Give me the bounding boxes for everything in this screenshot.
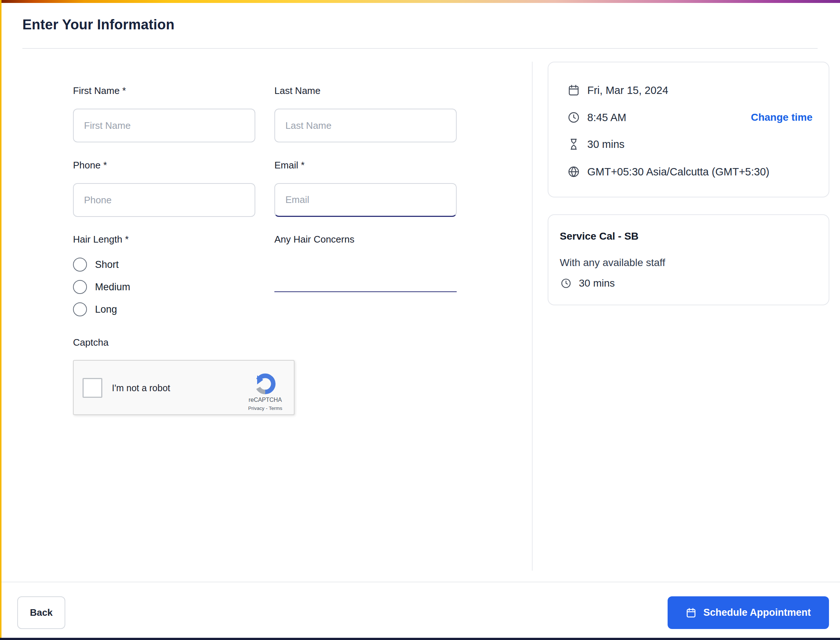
radio-circle-icon[interactable] [73, 280, 87, 294]
hair-concerns-input[interactable] [275, 272, 457, 292]
summary-timezone: GMT+05:30 Asia/Calcutta (GMT+5:30) [587, 166, 769, 178]
radio-circle-icon[interactable] [73, 258, 87, 272]
calendar-icon [567, 84, 580, 96]
summary-duration: 30 mins [587, 138, 625, 150]
content-vertical-divider [532, 62, 533, 571]
summary-date: Fri, Mar 15, 2024 [587, 85, 668, 96]
clock-icon [561, 278, 572, 289]
radio-option-medium[interactable]: Medium [73, 280, 130, 294]
summary-time-row: 8:45 AM Change time [567, 109, 813, 125]
summary-date-row: Fri, Mar 15, 2024 [567, 82, 813, 98]
recaptcha-links-separator: - [265, 405, 269, 411]
schedule-appointment-label: Schedule Appointment [703, 607, 811, 618]
first-name-input[interactable] [73, 109, 255, 142]
recaptcha-privacy-link[interactable]: Privacy [248, 405, 265, 411]
radio-option-long-label: Long [95, 304, 117, 315]
radio-circle-icon[interactable] [73, 302, 87, 316]
recaptcha-links: Privacy - Terms [240, 405, 291, 411]
phone-input[interactable] [73, 183, 255, 217]
radio-option-medium-label: Medium [95, 282, 130, 293]
appointment-summary-card: Fri, Mar 15, 2024 8:45 AM Change time 30… [548, 62, 829, 197]
service-staff: With any available staff [560, 257, 665, 269]
radio-option-short[interactable]: Short [73, 258, 119, 272]
service-card: Service Cal - SB With any available staf… [548, 214, 829, 305]
last-name-label: Last Name [275, 85, 321, 96]
hair-length-label: Hair Length * [73, 234, 129, 245]
change-time-link[interactable]: Change time [751, 112, 813, 123]
calendar-icon [685, 607, 696, 618]
email-input[interactable] [275, 183, 457, 217]
service-name: Service Cal - SB [560, 230, 639, 242]
clock-icon [567, 111, 580, 124]
service-duration-row: 30 mins [561, 277, 615, 289]
hourglass-icon [567, 138, 580, 150]
summary-timezone-row: GMT+05:30 Asia/Calcutta (GMT+5:30) [567, 164, 813, 180]
first-name-label: First Name * [73, 85, 126, 96]
summary-duration-row: 30 mins [567, 136, 813, 152]
recaptcha-checkbox[interactable] [83, 378, 102, 398]
page-title: Enter Your Information [22, 17, 175, 33]
recaptcha-checkbox-label: I'm not a robot [112, 383, 170, 394]
recaptcha-terms-link[interactable]: Terms [269, 405, 283, 411]
left-accent-bar [0, 0, 2, 640]
service-duration: 30 mins [579, 277, 615, 289]
booking-form-page: Enter Your Information First Name * Last… [0, 0, 840, 640]
radio-option-long[interactable]: Long [73, 302, 117, 316]
phone-label: Phone * [73, 160, 107, 171]
top-gradient-bar [0, 0, 840, 3]
email-label: Email * [275, 160, 305, 171]
globe-icon [567, 165, 580, 178]
last-name-input[interactable] [275, 109, 457, 142]
footer-divider [0, 582, 840, 582]
back-button[interactable]: Back [17, 596, 65, 629]
hair-concerns-label: Any Hair Concerns [275, 234, 355, 245]
radio-option-short-label: Short [95, 259, 119, 270]
recaptcha-logo-icon [253, 372, 277, 396]
captcha-label: Captcha [73, 337, 109, 348]
bottom-edge-bar [0, 638, 840, 640]
schedule-appointment-button[interactable]: Schedule Appointment [668, 596, 829, 629]
summary-time: 8:45 AM [587, 112, 626, 124]
recaptcha-widget: I'm not a robot reCAPTCHA Privacy - Term… [73, 360, 295, 415]
title-divider [22, 48, 818, 49]
recaptcha-brand-text: reCAPTCHA [240, 397, 291, 403]
